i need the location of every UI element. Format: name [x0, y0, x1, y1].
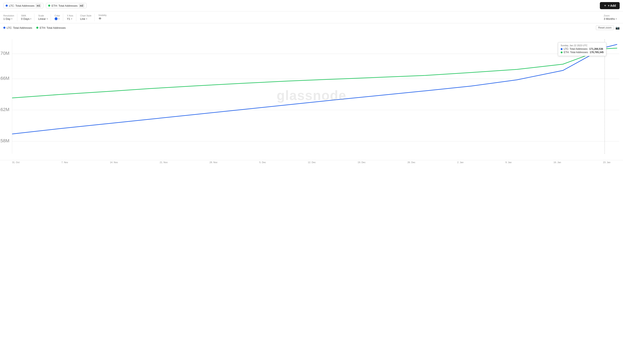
resolution-control[interactable]: Resolution 1 Day ▾: [3, 14, 17, 21]
x-label-5: 5. Dec: [259, 161, 266, 164]
eye-icon: 👁: [98, 17, 102, 21]
tooltip-ltc-label: LTC: Total Addresses:: [564, 47, 588, 50]
color-value: ▾: [55, 17, 60, 20]
x-label-1: 7. Nov: [61, 161, 68, 164]
zoom-label: Zoom: [604, 14, 617, 17]
tooltip-date: Sunday, Jan 22 2023 UTC: [561, 44, 604, 47]
x-label-12: 23. Jan: [603, 161, 610, 164]
visibility-label: Visibility: [98, 14, 107, 17]
scale-chevron: ▾: [47, 18, 48, 20]
visibility-value: 👁: [98, 17, 107, 21]
camera-button[interactable]: 📷: [616, 26, 620, 30]
x-label-11: 16. Jan: [554, 161, 561, 164]
tooltip-eth-value: 170,765,345: [590, 51, 604, 54]
tooltip-eth-dot: [561, 51, 562, 53]
yaxis-control[interactable]: Y Axis Y1 ▾: [64, 14, 76, 21]
resolution-value: 1 Day ▾: [3, 17, 14, 21]
legend-label-ltc: LTC: Total Addresses: [7, 26, 32, 29]
zoom-chevron: ▾: [616, 18, 617, 20]
tooltip-eth-row: ETH: Total Addresses: 170,765,345: [561, 51, 604, 54]
scale-value: Linear ▾: [38, 17, 47, 21]
metrics-list: LTC: Total Addresses m1 ETH: Total Addre…: [3, 3, 87, 8]
chartstyle-chevron: ▾: [86, 18, 87, 20]
chart-legend: LTC: Total Addresses ETH: Total Addresse…: [0, 23, 623, 31]
tooltip-box: Sunday, Jan 22 2023 UTC LTC: Total Addre…: [558, 42, 606, 56]
x-axis-labels: 31. Oct 7. Nov 14. Nov 21. Nov 28. Nov 5…: [0, 160, 623, 164]
x-label-4: 28. Nov: [210, 161, 218, 164]
x-label-8: 26. Dec: [407, 161, 415, 164]
zoom-value: 3 Months ▾: [604, 17, 617, 21]
x-label-10: 9. Jan: [505, 161, 512, 164]
svg-text:166M: 166M: [0, 76, 9, 81]
chartstyle-control[interactable]: Chart Style Line ▾: [77, 14, 94, 21]
top-bar: LTC: Total Addresses m1 ETH: Total Addre…: [0, 0, 623, 11]
svg-text:162M: 162M: [0, 107, 9, 112]
chart-container: 170M 166M 162M 158M glassnode Sunday, Ja…: [0, 31, 623, 160]
x-label-3: 21. Nov: [160, 161, 168, 164]
legend-eth: ETH: Total Addresses: [36, 26, 66, 29]
zoom-control[interactable]: Zoom 3 Months ▾: [601, 14, 620, 21]
svg-text:170M: 170M: [0, 51, 9, 56]
resolution-label: Resolution: [3, 14, 14, 17]
x-label-0: 31. Oct: [12, 161, 19, 164]
sma-value: 0 Days ▾: [21, 17, 31, 21]
legend-label-eth: ETH: Total Addresses: [40, 26, 66, 29]
yaxis-value: Y1 ▾: [67, 17, 73, 21]
add-button[interactable]: ＋ + Add: [600, 2, 620, 9]
color-dot: [55, 17, 58, 20]
x-label-9: 2. Jan: [457, 161, 464, 164]
svg-text:158M: 158M: [0, 138, 9, 143]
scale-control[interactable]: Scale Linear ▾: [35, 14, 51, 21]
tooltip-ltc-value: 171,266,536: [589, 47, 603, 50]
x-label-7: 19. Dec: [357, 161, 365, 164]
eth-label: ETH: Total Addresses: [51, 4, 78, 7]
add-label: + Add: [608, 4, 616, 7]
color-chevron: ▾: [58, 18, 59, 20]
legend-dot-eth: [36, 27, 38, 29]
chart-svg: 170M 166M 162M 158M: [0, 31, 623, 160]
add-icon: ＋: [604, 4, 606, 7]
chartstyle-label: Chart Style: [80, 14, 91, 17]
tooltip-eth-label: ETH: Total Addresses:: [564, 51, 589, 54]
sma-chevron: ▾: [30, 18, 31, 20]
visibility-control[interactable]: Visibility 👁: [95, 13, 110, 21]
metric-tag-eth[interactable]: ETH: Total Addresses m2: [46, 3, 87, 8]
scale-label: Scale: [38, 14, 47, 17]
sma-control[interactable]: SMA 0 Days ▾: [18, 14, 34, 21]
ltc-label: LTC: Total Addresses: [9, 4, 34, 7]
ltc-dot: [6, 5, 8, 7]
yaxis-label: Y Axis: [67, 14, 73, 17]
x-label-2: 14. Nov: [110, 161, 118, 164]
metric-tag-ltc[interactable]: LTC: Total Addresses m1: [3, 3, 43, 8]
tooltip-ltc-dot: [561, 48, 562, 50]
x-label-6: 12. Dec: [308, 161, 316, 164]
eth-dot: [48, 5, 50, 7]
chartstyle-value: Line ▾: [80, 17, 91, 21]
eth-badge: m2: [79, 4, 84, 7]
legend-dot-ltc: [3, 27, 5, 29]
legend-items: LTC: Total Addresses ETH: Total Addresse…: [3, 26, 66, 29]
yaxis-chevron: ▾: [71, 18, 72, 20]
color-control[interactable]: Color ▾: [52, 14, 63, 21]
ltc-badge: m1: [36, 4, 41, 7]
color-label: Color: [55, 14, 60, 17]
tooltip-ltc-row: LTC: Total Addresses: 171,266,536: [561, 47, 604, 50]
controls-left: Resolution 1 Day ▾ SMA 0 Days ▾ Scale Li…: [3, 13, 110, 21]
chart-actions: Reset zoom 📷: [596, 25, 620, 30]
sma-label: SMA: [21, 14, 31, 17]
reset-zoom-button[interactable]: Reset zoom: [596, 25, 614, 30]
resolution-chevron: ▾: [11, 18, 12, 20]
controls-bar: Resolution 1 Day ▾ SMA 0 Days ▾ Scale Li…: [0, 11, 623, 23]
legend-ltc: LTC: Total Addresses: [3, 26, 32, 29]
